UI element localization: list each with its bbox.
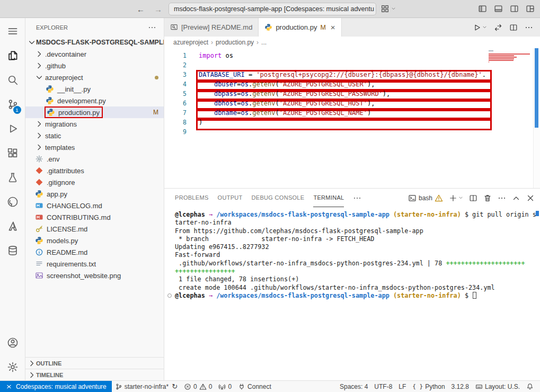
language-indicator[interactable]: { } Python bbox=[409, 381, 448, 392]
minimap-line bbox=[489, 61, 489, 63]
split-editor-icon[interactable] bbox=[509, 23, 518, 32]
breadcrumb-item-[interactable]: ... bbox=[261, 39, 267, 46]
tree-item-github[interactable]: .github bbox=[25, 60, 164, 72]
tree-item-readme-md[interactable]: README.md bbox=[25, 246, 164, 258]
activity-bar-item-azure[interactable] bbox=[0, 214, 25, 238]
tree-root-folder[interactable]: MSDOCS-FLASK-POSTGRESQL-SAMPLE-... bbox=[25, 37, 164, 48]
code-line: 6 dbhost=os.getenv('AZURE_POSTGRESQL_HOS… bbox=[164, 99, 540, 108]
split-terminal-icon[interactable] bbox=[469, 194, 477, 202]
activity-bar-item-database[interactable] bbox=[0, 238, 25, 263]
command-center[interactable]: msdocs-flask-postgresql-sample-app [Code… bbox=[169, 3, 376, 15]
code-editor[interactable]: 1import os23DATABASE_URI = 'postgresql+p… bbox=[164, 48, 540, 188]
panel-more-icon[interactable] bbox=[353, 194, 361, 202]
python-version-indicator[interactable]: 3.12.8 bbox=[448, 381, 472, 392]
tab-production-py[interactable]: production.py M × bbox=[259, 18, 341, 37]
tree-item-devcontainer[interactable]: .devcontainer bbox=[25, 48, 164, 60]
breadcrumb-item-azureproject[interactable]: azureproject bbox=[173, 39, 208, 46]
activity-bar-item-search[interactable] bbox=[0, 68, 25, 92]
activity-bar-item-extensions[interactable] bbox=[0, 141, 25, 165]
codespaces-menu-button[interactable] bbox=[380, 4, 396, 13]
tree-item-screenshot-website-png[interactable]: screenshot_website.png bbox=[25, 270, 164, 281]
tree-item-azureproject[interactable]: azureproject bbox=[25, 72, 164, 83]
toggle-sidebar-icon[interactable] bbox=[478, 4, 487, 13]
panel-tab-problems[interactable]: PROBLEMS bbox=[175, 189, 209, 207]
tree-item-models-py[interactable]: models.py bbox=[25, 235, 164, 246]
vscode-window: ← → msdocs-flask-postgresql-sample-app [… bbox=[0, 0, 540, 392]
sidebar-section-timeline[interactable]: TIMELINE bbox=[25, 369, 164, 380]
keyboard-layout-indicator[interactable]: Layout: U.S. bbox=[472, 381, 523, 392]
views-more-icon[interactable] bbox=[148, 23, 156, 32]
panel-tab-output[interactable]: OUTPUT bbox=[218, 189, 243, 207]
chevron-down-icon bbox=[28, 38, 36, 47]
tree-item-env[interactable]: .env bbox=[25, 153, 164, 165]
close-panel-icon[interactable] bbox=[526, 194, 535, 202]
forward-button[interactable]: → bbox=[154, 5, 162, 14]
ports-indicator[interactable]: 0 bbox=[215, 381, 235, 392]
remote-indicator[interactable]: Codespaces: musical adventure bbox=[0, 381, 112, 392]
tree-item-requirements-txt[interactable]: requirements.txt bbox=[25, 258, 164, 270]
maximize-panel-icon[interactable] bbox=[512, 194, 520, 202]
minimap[interactable] bbox=[489, 50, 532, 65]
tree-item-label: CONTRIBUTING.md bbox=[47, 213, 111, 221]
tree-item-app-py[interactable]: app.py bbox=[25, 188, 164, 200]
run-python-file-button[interactable] bbox=[473, 23, 487, 32]
activity-bar-item-accounts[interactable] bbox=[0, 331, 25, 355]
tree-item-migrations[interactable]: migrations bbox=[25, 118, 164, 130]
file-tree[interactable]: MSDOCS-FLASK-POSTGRESQL-SAMPLE-... .devc… bbox=[25, 37, 164, 357]
notifications-bell[interactable] bbox=[523, 381, 537, 392]
activity-bar-item-github[interactable] bbox=[0, 190, 25, 214]
terminal-more-icon[interactable] bbox=[498, 194, 506, 202]
indent-indicator[interactable]: Spaces: 4 bbox=[337, 381, 371, 392]
activity-bar-item-explorer[interactable] bbox=[0, 43, 25, 68]
tree-item-development-py[interactable]: development.py bbox=[25, 95, 164, 106]
more-actions-icon[interactable] bbox=[525, 23, 533, 32]
toggle-panel-icon[interactable] bbox=[494, 4, 503, 13]
panel-tab-terminal[interactable]: TERMINAL bbox=[313, 189, 344, 207]
terminal-line: ++++++++++++++++ bbox=[175, 268, 535, 275]
eol-indicator[interactable]: LF bbox=[395, 381, 409, 392]
breadcrumb-item-production-py[interactable]: production.py bbox=[216, 39, 254, 46]
toggle-secondary-sidebar-icon[interactable] bbox=[510, 4, 519, 13]
minimap-line bbox=[489, 60, 514, 61]
new-terminal-button[interactable] bbox=[449, 194, 463, 202]
line-number: 1 bbox=[164, 52, 187, 59]
scrollbar[interactable] bbox=[533, 48, 540, 188]
terminal-shell-selector[interactable]: bash bbox=[408, 194, 443, 202]
terminal[interactable]: @lcephas → /workspaces/msdocs-flask-post… bbox=[164, 207, 540, 380]
activity-bar-item-testing[interactable] bbox=[0, 165, 25, 190]
tree-item-gitignore[interactable]: .gitignore bbox=[25, 176, 164, 188]
tree-item-gitattributes[interactable]: .gitattributes bbox=[25, 165, 164, 176]
sidebar-section-outline[interactable]: OUTLINE bbox=[25, 357, 164, 369]
tree-item-changelog-md[interactable]: CHANGELOG.md bbox=[25, 200, 164, 211]
close-tab-icon[interactable]: × bbox=[331, 23, 335, 32]
tree-item-templates[interactable]: templates bbox=[25, 141, 164, 153]
tab-readme-preview[interactable]: [Preview] README.md bbox=[164, 18, 259, 37]
scrollbar-decoration bbox=[535, 48, 538, 128]
breadcrumb[interactable]: azureproject›production.py›... bbox=[164, 37, 540, 48]
panel-tab-debug-console[interactable]: DEBUG CONSOLE bbox=[252, 189, 305, 207]
kill-terminal-icon[interactable] bbox=[483, 194, 492, 202]
tree-item-init-py[interactable]: __init__.py bbox=[25, 83, 164, 95]
workbench: 1 EXPLORER MSDOCS-FLASK-POSTGRESQL-SAMPL… bbox=[0, 18, 540, 380]
section-label: OUTLINE bbox=[36, 360, 61, 367]
activity-bar-item-settings[interactable] bbox=[0, 355, 25, 379]
activity-bar-item-source-control[interactable]: 1 bbox=[0, 92, 25, 117]
tree-item-label: .devcontainer bbox=[45, 50, 86, 58]
settings-gear-icon bbox=[7, 361, 19, 373]
annotated-code-line: dbuser=os.getenv('AZURE_POSTGRESQL_USER'… bbox=[199, 79, 375, 89]
tree-item-contributing-md[interactable]: CONTRIBUTING.md bbox=[25, 211, 164, 223]
warning-icon bbox=[199, 383, 207, 390]
activity-bar-item-menu[interactable] bbox=[0, 19, 25, 43]
problems-indicator[interactable]: 0 0 bbox=[181, 381, 215, 392]
customize-layout-icon[interactable] bbox=[526, 4, 535, 13]
branch-indicator[interactable]: starter-no-infra* ↻ bbox=[112, 381, 181, 392]
back-button[interactable]: ← bbox=[137, 5, 145, 14]
warning-count: 0 bbox=[209, 383, 213, 390]
tree-item-static[interactable]: static bbox=[25, 130, 164, 141]
tree-item-license-md[interactable]: LICENSE.md bbox=[25, 223, 164, 235]
open-changes-icon[interactable] bbox=[494, 23, 502, 32]
tree-item-production-py[interactable]: production.pyM bbox=[25, 106, 164, 118]
connect-button[interactable]: Connect bbox=[235, 381, 275, 392]
encoding-indicator[interactable]: UTF-8 bbox=[371, 381, 395, 392]
activity-bar-item-run-and-debug[interactable] bbox=[0, 117, 25, 141]
